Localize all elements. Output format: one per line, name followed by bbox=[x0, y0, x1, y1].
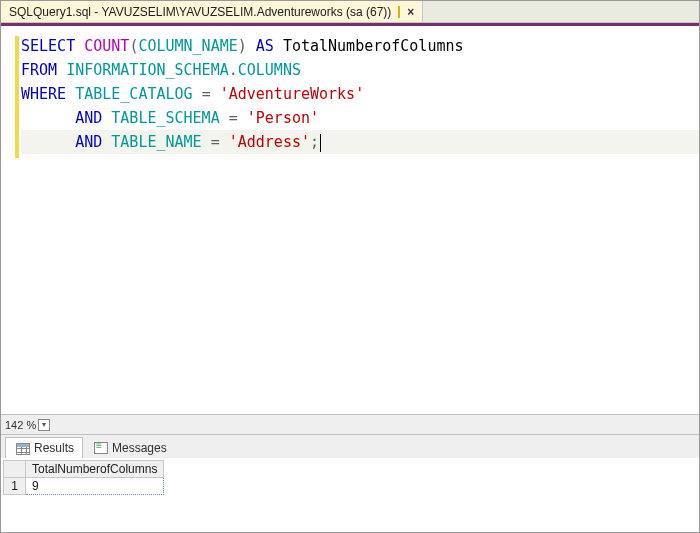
col-name: COLUMN_NAME bbox=[138, 37, 237, 55]
table-name: TABLE_NAME bbox=[111, 133, 201, 151]
tab-label: SQLQuery1.sql - YAVUZSELIM\YAVUZSELIM.Ad… bbox=[9, 5, 391, 19]
row-number[interactable]: 1 bbox=[4, 478, 26, 495]
kw-where: WHERE bbox=[21, 85, 66, 103]
header-rownum[interactable] bbox=[4, 461, 26, 478]
val-catalog: 'AdventureWorks' bbox=[220, 85, 365, 103]
ssms-window: SQLQuery1.sql - YAVUZSELIM\YAVUZSELIM.Ad… bbox=[0, 0, 700, 533]
fn-count: COUNT bbox=[84, 37, 129, 55]
zoom-value[interactable]: 142 % bbox=[5, 419, 36, 431]
tab-messages-label: Messages bbox=[112, 441, 167, 455]
editor-region: SELECT COUNT(COLUMN_NAME) AS TotalNumber… bbox=[1, 26, 699, 532]
results-grid[interactable]: TotalNumberofColumns 1 9 bbox=[3, 460, 164, 495]
tab-results-label: Results bbox=[34, 441, 74, 455]
table-header-row: TotalNumberofColumns bbox=[4, 461, 164, 478]
text-cursor bbox=[320, 134, 321, 152]
tabstrip-empty bbox=[423, 1, 699, 22]
tab-results[interactable]: Results bbox=[5, 437, 83, 458]
current-line: AND TABLE_NAME = 'Address'; bbox=[21, 130, 699, 154]
cell-value[interactable]: 9 bbox=[26, 478, 164, 495]
semicolon: ; bbox=[310, 133, 319, 151]
kw-from: FROM bbox=[21, 61, 57, 79]
kw-and-2: AND bbox=[75, 133, 102, 151]
paren-close: ) bbox=[238, 37, 247, 55]
kw-and-1: AND bbox=[75, 109, 102, 127]
table-row[interactable]: 1 9 bbox=[4, 478, 164, 495]
editor-gutter bbox=[1, 34, 21, 414]
sql-code[interactable]: SELECT COUNT(COLUMN_NAME) AS TotalNumber… bbox=[21, 34, 699, 414]
table-schema: TABLE_SCHEMA bbox=[111, 109, 219, 127]
val-schema: 'Person' bbox=[247, 109, 319, 127]
modification-bar bbox=[15, 36, 19, 158]
alias: TotalNumberofColumns bbox=[283, 37, 464, 55]
eq1: = bbox=[202, 85, 211, 103]
results-pane: TotalNumberofColumns 1 9 bbox=[1, 458, 699, 532]
zoom-dropdown-icon[interactable]: ▾ bbox=[38, 419, 50, 431]
tab-messages[interactable]: Messages bbox=[85, 437, 176, 458]
eq3: = bbox=[211, 133, 220, 151]
kw-as: AS bbox=[256, 37, 274, 55]
tab-modified-indicator bbox=[398, 6, 400, 18]
sql-editor[interactable]: SELECT COUNT(COLUMN_NAME) AS TotalNumber… bbox=[1, 26, 699, 414]
close-icon[interactable]: × bbox=[407, 5, 414, 19]
view: COLUMNS bbox=[238, 61, 301, 79]
kw-select: SELECT bbox=[21, 37, 75, 55]
document-tabstrip: SQLQuery1.sql - YAVUZSELIM\YAVUZSELIM.Ad… bbox=[1, 1, 699, 23]
grid-icon bbox=[16, 443, 30, 455]
schema: INFORMATION_SCHEMA bbox=[66, 61, 229, 79]
eq2: = bbox=[229, 109, 238, 127]
table-catalog: TABLE_CATALOG bbox=[75, 85, 192, 103]
header-col1[interactable]: TotalNumberofColumns bbox=[26, 461, 164, 478]
results-tabstrip: Results Messages bbox=[1, 434, 699, 458]
document-tab-active[interactable]: SQLQuery1.sql - YAVUZSELIM\YAVUZSELIM.Ad… bbox=[1, 1, 423, 22]
messages-icon bbox=[94, 442, 108, 454]
val-name: 'Address' bbox=[229, 133, 310, 151]
zoom-bar: 142 % ▾ bbox=[1, 414, 699, 434]
dot: . bbox=[229, 61, 238, 79]
